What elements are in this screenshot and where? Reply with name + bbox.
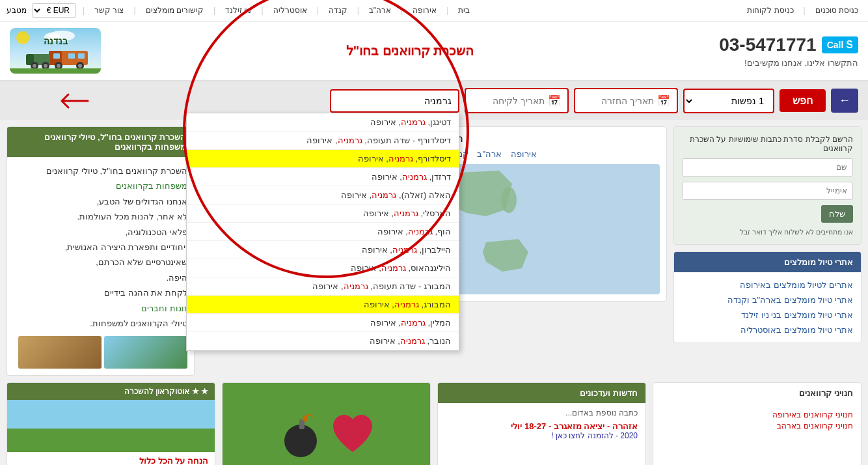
promo-text: השכרת קרוואנים בחו"ל, טיולי קרוואנים משפ… xyxy=(14,163,187,331)
nav-agent-login[interactable]: כניסת סוכנים xyxy=(815,6,858,15)
svg-text:בנדנה: בנדנה xyxy=(44,36,68,46)
sponsored-usa-link[interactable]: אתרי טיול מומלצים בארה"ב וקנדה xyxy=(727,295,853,305)
news-link-1[interactable]: אזהרה - יציאה מזאגרב - 18-27 יולי xyxy=(446,421,638,431)
caravan-hints-panel: חנויני קרוואנים חנויני קרוואנים באירופה … xyxy=(653,382,861,465)
nav-nz[interactable]: ניו זילנד xyxy=(225,6,251,15)
destination-input[interactable] xyxy=(330,89,459,113)
skype-icon: S xyxy=(846,39,853,51)
dropdown-item-2[interactable]: דיסלדורף, גרמניה, אירופה xyxy=(187,150,459,168)
decorative-panel xyxy=(222,382,431,465)
back-button[interactable]: ← xyxy=(831,89,858,113)
promo-zoom-link[interactable]: זוגות וחברים xyxy=(141,303,187,313)
right-sidebar: השכרת קרוואנים בחו"ל, טיולי קרוואנים משפ… xyxy=(7,126,195,376)
dropdown-city: אירופה xyxy=(358,154,384,163)
promo-header: השכרת קרוואנים בחו"ל, טיולי קרוואנים משפ… xyxy=(7,127,194,157)
nav-home[interactable]: בית xyxy=(458,6,470,15)
persons-selector[interactable]: 1 נפשות xyxy=(683,89,774,113)
dropdown-city: אירופה xyxy=(362,245,388,255)
sponsored-australia-link[interactable]: אתרי טיול מומלצים באוסטרליה xyxy=(740,325,853,335)
skype-call-button[interactable]: S Call xyxy=(822,36,858,53)
pickup-date-input[interactable] xyxy=(472,96,545,106)
dropdown-item-1[interactable]: דיסלדורף - שדה תעופה, גרמניה, אירופה xyxy=(187,132,459,150)
site-title: השכרת קרוואנים בחו"ל xyxy=(346,43,474,59)
dropdown-item-11[interactable]: המלין, גרמניה, אירופה xyxy=(187,314,459,332)
news-panel: חדשות ועדכונים כתבה נוספת באדום... אזהרה… xyxy=(437,382,646,465)
dropdown-item-3[interactable]: דרזדן, גרמניה, אירופה xyxy=(187,168,459,186)
logo-area: בנדנה TM xyxy=(10,28,101,74)
nav-usa[interactable]: ארה"ב xyxy=(369,6,391,15)
star-icon: ★ xyxy=(199,387,208,396)
caravan-promo-panel: ★ ★ אוטוקראון להשכרה הנחה על הכל כלול בה… xyxy=(7,382,215,465)
search-button[interactable]: חפש xyxy=(780,89,826,112)
nav-canada[interactable]: קנדה xyxy=(329,6,347,15)
nav-australia[interactable]: אוסטרליה xyxy=(273,6,307,15)
dropdown-item-6[interactable]: הוף, גרמניה, אירופה xyxy=(187,223,459,241)
newsletter-note: אנו מתחייבים לא לשלוח אליך דואר זבל xyxy=(682,228,853,236)
left-sidebar: הרשם לקבלת סדרת כתבות שימושיות על השכרת … xyxy=(673,126,861,376)
region-europe[interactable]: אירופה xyxy=(511,149,537,159)
dropdown-country: גרמניה xyxy=(338,135,362,145)
dropdown-city: המבורג xyxy=(424,300,451,309)
dropdown-country: גרמניה xyxy=(402,172,427,182)
pickup-date-field[interactable]: 📅 xyxy=(465,88,569,113)
sponsored-links: אתרים לטיול מומלצים באירופה אתרי טיול מו… xyxy=(674,272,861,343)
svg-point-12 xyxy=(78,64,82,68)
promo-thumb-2 xyxy=(18,336,102,369)
dropdown-item-8[interactable]: היליגנהאוס, גרמניה, אירופה xyxy=(187,259,459,277)
nav-links[interactable]: קישורים מומלצים xyxy=(146,6,204,15)
dropdown-item-5[interactable]: הארסלי, גרמניה, אירופה xyxy=(187,204,459,223)
dropdown-city: הנובר xyxy=(429,336,451,346)
top-nav-right: בית | אירופה | ארה"ב | קנדה | אוסטרליה |… xyxy=(7,3,473,18)
newsletter-panel: הרשם לקבלת סדרת כתבות שימושיות על השכרת … xyxy=(673,126,861,245)
promo-badge-title: ★ אוטוקראון להשכרה xyxy=(124,387,199,396)
dropdown-country: גרמניה xyxy=(400,336,425,346)
nav-customer-login[interactable]: כניסת לקוחות xyxy=(747,6,793,15)
news-link-1-sub[interactable]: 2020 - להזמנה לחצו כאן ! xyxy=(446,431,638,440)
caravan-hints-header: חנויני קרוואנים xyxy=(653,383,861,403)
dropdown-country: גרמניה xyxy=(388,154,413,163)
promo-nature: משפחות בקרוואנים xyxy=(116,181,187,191)
nav-contact[interactable]: צור קשר xyxy=(94,6,124,15)
hints-usa-link[interactable]: חנויני קרוואנים בארהב xyxy=(661,421,853,430)
newsletter-name-input[interactable] xyxy=(682,158,853,176)
return-date-field[interactable]: 📅 xyxy=(574,88,678,113)
sponsored-sites-panel: אתרי טיול מומלצים אתרים לטיול מומלצים בא… xyxy=(673,251,861,343)
sponsored-europe-link[interactable]: אתרים לטיול מומלצים באירופה xyxy=(740,280,853,290)
site-header: S Call 03-5471771 התקשרו אלינו, אנחנו מק… xyxy=(0,21,868,81)
sponsored-link-item: אתרי טיול מומלצים בארה"ב וקנדה xyxy=(674,292,861,307)
hints-europe-link[interactable]: חנויני קרוואנים באירופה xyxy=(661,410,853,419)
dropdown-item-9[interactable]: המבורג - שדה תעופה, גרמניה, אירופה xyxy=(187,277,459,296)
dropdown-country: גרמניה xyxy=(381,263,406,273)
news-extra-text: כתבה נוספת באדום... xyxy=(446,408,638,417)
dropdown-item-10[interactable]: המבורג, גרמניה, אירופה xyxy=(187,296,459,314)
svg-rect-7 xyxy=(68,53,75,59)
dropdown-city: היילברון xyxy=(422,245,451,255)
return-date-input[interactable] xyxy=(582,96,654,106)
dropdown-city: אירופה xyxy=(312,281,338,291)
dropdown-city: אירופה xyxy=(370,117,396,127)
dropdown-country: גרמניה xyxy=(401,117,426,127)
dropdown-country: גרמניה xyxy=(401,318,426,328)
caravan-hints-body: חנויני קרוואנים באירופה חנויני קרוואנים … xyxy=(653,403,861,438)
heart-icon-svg xyxy=(327,410,379,462)
newsletter-submit-button[interactable]: שלח xyxy=(821,205,853,223)
newsletter-body: הרשם לקבלת סדרת כתבות שימושיות על השכרת … xyxy=(674,127,861,244)
svg-point-24 xyxy=(284,425,317,457)
promo-panel: השכרת קרוואנים בחו"ל, טיולי קרוואנים משפ… xyxy=(7,126,195,376)
dropdown-item-7[interactable]: היילברון, גרמניה, אירופה xyxy=(187,241,459,259)
currency-selector[interactable]: EUR € xyxy=(32,3,76,18)
dropdown-item-12[interactable]: הנובר, גרמניה, אירופה xyxy=(187,332,459,350)
nav-europe[interactable]: אירופה xyxy=(413,6,437,15)
dropdown-item-0[interactable]: דטינגן, גרמניה, אירופה xyxy=(187,113,459,132)
svg-point-18 xyxy=(44,64,47,68)
top-nav-left: כניסת סוכנים | כניסת לקוחות xyxy=(744,6,861,15)
dropdown-city: אירופה xyxy=(341,190,367,200)
dropdown-country: גרמניה xyxy=(392,245,417,255)
newsletter-email-input[interactable] xyxy=(682,182,853,200)
phone-number: 03-5471771 xyxy=(719,35,816,55)
dropdown-city: דרזדן xyxy=(431,172,451,182)
news-header: חדשות ועדכונים xyxy=(438,383,645,403)
region-usa[interactable]: ארה"ב xyxy=(477,149,502,159)
dropdown-item-4[interactable]: האלה (זאלה), גרמניה, אירופה xyxy=(187,186,459,204)
sponsored-nz-link[interactable]: אתרי טיול מומלצים בני ניו זילנד xyxy=(741,310,853,320)
